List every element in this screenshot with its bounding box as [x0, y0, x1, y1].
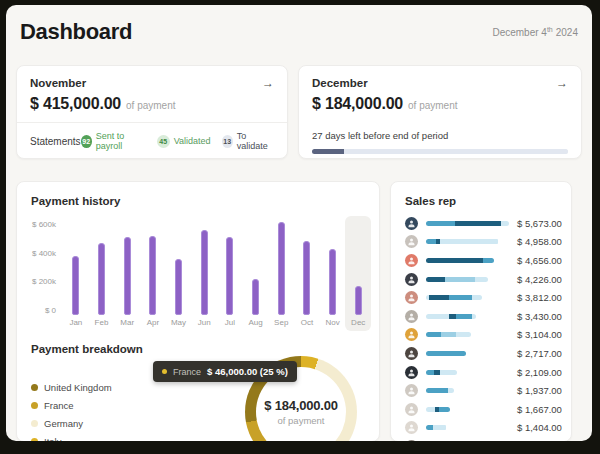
x-tick-label: Feb — [95, 315, 109, 331]
bar-feb[interactable] — [98, 243, 105, 315]
bar-space — [175, 220, 182, 315]
december-arrow-button[interactable]: → — [556, 77, 568, 89]
sales-bar-segment — [426, 221, 455, 226]
badge-label: To validate — [237, 131, 274, 151]
december-card: December → $ 184,000.00 of payment 27 da… — [298, 65, 582, 159]
sales-rep-list: $ 5,673.00$ 4,958.00$ 4,656.00$ 4,226.00… — [405, 214, 557, 441]
bar-sep[interactable] — [278, 222, 285, 315]
bar-jan[interactable] — [72, 256, 79, 315]
x-tick-label: Sep — [274, 315, 288, 331]
bar-space — [124, 220, 131, 315]
bar-space — [355, 220, 362, 315]
bar-jun[interactable] — [201, 230, 208, 315]
sales-rep-row: $ 1,404.00 — [405, 419, 557, 438]
november-arrow-button[interactable]: → — [262, 77, 274, 89]
donut-tooltip: France $ 46,000.00 (25 %) — [153, 361, 297, 382]
sales-amount: $ 5,673.00 — [517, 218, 562, 229]
bar-dec[interactable] — [355, 286, 362, 315]
bar-space — [329, 220, 336, 315]
sales-amount: $ 3,430.00 — [517, 311, 562, 322]
y-tick: $ 200k — [17, 277, 56, 286]
bar-apr[interactable] — [149, 236, 156, 315]
progress-segment — [344, 149, 568, 154]
x-tick-label: Jul — [225, 315, 235, 331]
person-icon — [407, 368, 416, 377]
bar-mar[interactable] — [124, 237, 131, 315]
x-tick-label: Apr — [147, 315, 159, 331]
sales-bar-segment — [426, 277, 445, 282]
chart-column-dec: Dec — [345, 216, 371, 331]
x-tick-label: Dec — [351, 315, 365, 331]
sales-bar-segment — [426, 370, 434, 375]
payment-breakdown-section: Payment breakdown United KingdomFranceGe… — [17, 331, 379, 441]
sales-amount: $ 1,937.00 — [517, 385, 562, 396]
sales-bar-segment — [456, 332, 471, 337]
statements-badges: 92Sent to payroll45Validated13To validat… — [81, 131, 274, 151]
sales-bar-segment — [456, 314, 472, 319]
person-icon — [407, 237, 416, 246]
december-amount: $ 184,000.00 — [312, 95, 403, 113]
bar-nov[interactable] — [329, 249, 336, 315]
sales-rep-row: $ 4,226.00 — [405, 270, 557, 289]
sales-bar-zone — [426, 332, 509, 337]
sales-bar — [426, 407, 450, 412]
legend-label: Germany — [44, 418, 83, 429]
statements-row: Statements 92Sent to payroll45Validated1… — [30, 131, 274, 151]
sales-rep-row: $ 3,430.00 — [405, 307, 557, 326]
tooltip-color-dot — [162, 369, 167, 374]
sales-bar-segment — [472, 314, 476, 319]
sales-rep-row: $ 3,812.00 — [405, 288, 557, 307]
payments-card: Payment history $ 600k $ 400k $ 200k $ 0… — [16, 181, 380, 441]
x-tick-label: Nov — [325, 315, 339, 331]
x-tick-label: Aug — [248, 315, 262, 331]
person-icon — [407, 219, 416, 228]
avatar — [405, 310, 418, 323]
sales-amount: $ 1,667.00 — [517, 404, 562, 415]
bar-oct[interactable] — [303, 241, 310, 315]
payment-history-chart: $ 600k $ 400k $ 200k $ 0 JanFebMarAprMay… — [17, 216, 379, 331]
sales-bar — [426, 314, 476, 319]
x-tick-label: Jan — [69, 315, 82, 331]
sales-amount: $ 4,656.00 — [517, 255, 562, 266]
statements-label: Statements — [30, 136, 81, 147]
payment-history-section: Payment history $ 600k $ 400k $ 200k $ 0… — [17, 182, 379, 331]
sales-bar — [426, 351, 466, 356]
date-day: December 4 — [492, 27, 546, 38]
avatar — [405, 421, 418, 434]
avatar — [405, 217, 418, 230]
tooltip-value: $ 46,000.00 (25 %) — [207, 366, 288, 377]
legend-color-dot — [31, 402, 38, 409]
statement-badge: 45Validated — [157, 135, 211, 148]
badge-count: 45 — [157, 135, 170, 148]
bar-aug[interactable] — [252, 279, 259, 315]
november-amount: $ 415,000.00 — [30, 95, 121, 113]
sales-amount: $ 3,104.00 — [517, 329, 562, 340]
november-card: November → $ 415,000.00 of payment State… — [16, 65, 288, 159]
sales-rep-row: $ 4,958.00 — [405, 233, 557, 252]
avatar — [405, 384, 418, 397]
chart-column-may: May — [166, 216, 192, 331]
chart-column-jun: Jun — [191, 216, 217, 331]
sales-bar-segment — [426, 258, 483, 263]
sales-bar — [426, 388, 454, 393]
sales-amount: $ 2,717.00 — [517, 348, 562, 359]
sales-bar-zone — [426, 314, 509, 319]
sales-rep-row: $ 1,205.00 — [405, 437, 557, 441]
sales-bar-segment — [426, 388, 448, 393]
period-progress-bar — [312, 149, 568, 154]
sales-bar — [426, 277, 488, 282]
sales-bar-segment — [429, 295, 449, 300]
sales-bar-segment — [440, 239, 498, 244]
november-card-title: November — [30, 77, 86, 89]
legend-color-dot — [31, 420, 38, 427]
bar-jul[interactable] — [226, 237, 233, 315]
sales-rep-row: $ 4,656.00 — [405, 251, 557, 270]
bar-may[interactable] — [175, 259, 182, 315]
person-icon — [407, 349, 416, 358]
sales-bar-segment — [449, 295, 471, 300]
december-amount-suffix: of payment — [408, 100, 457, 111]
person-icon — [407, 405, 416, 414]
chart-column-aug: Aug — [243, 216, 269, 331]
sales-bar-zone — [426, 407, 509, 412]
sales-rep-card: Sales rep $ 5,673.00$ 4,958.00$ 4,656.00… — [390, 181, 572, 441]
